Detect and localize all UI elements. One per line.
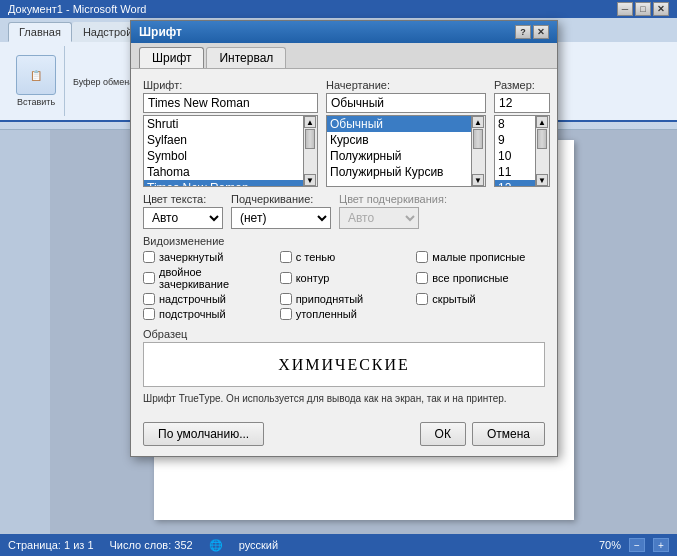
style-scrollbar[interactable]: ▲ ▼	[472, 115, 486, 187]
font-label: Шрифт:	[143, 79, 318, 91]
scroll-down[interactable]: ▼	[304, 174, 316, 186]
effects-section: Видоизменение зачеркнутый с тенью малые …	[143, 235, 545, 320]
scroll-track[interactable]	[536, 128, 549, 174]
size-list-container: 8 9 10 11 12 ▲ ▼	[494, 115, 552, 187]
dialog-tabs: Шрифт Интервал	[131, 43, 557, 69]
scroll-thumb[interactable]	[473, 129, 483, 149]
effect-engraved[interactable]: утопленный	[280, 308, 409, 320]
dialog-window-buttons: ? ✕	[515, 25, 549, 39]
cancel-button[interactable]: Отмена	[472, 422, 545, 446]
font-list[interactable]: Shruti Sylfaen Symbol Tahoma Times New R…	[143, 115, 304, 187]
color-underline-row: Цвет текста: Авто Подчеркивание: (нет)	[143, 193, 545, 229]
scroll-track[interactable]	[472, 128, 485, 174]
effects-title: Видоизменение	[143, 235, 545, 247]
dialog-close-button[interactable]: ✕	[533, 25, 549, 39]
checkbox-strikethrough[interactable]	[143, 251, 155, 263]
default-button[interactable]: По умолчанию...	[143, 422, 264, 446]
color-select[interactable]: Авто	[143, 207, 223, 229]
scroll-up[interactable]: ▲	[304, 116, 316, 128]
dialog-help-button[interactable]: ?	[515, 25, 531, 39]
checkbox-superscript[interactable]	[143, 293, 155, 305]
checkbox-subscript[interactable]	[143, 308, 155, 320]
style-list[interactable]: Обычный Курсив Полужирный Полужирный Кур…	[326, 115, 472, 187]
effect-raised[interactable]: приподнятый	[280, 293, 409, 305]
font-inputs-row: Шрифт: Shruti Sylfaen Symbol Tahoma Time…	[143, 79, 545, 187]
effect-all-caps[interactable]: все прописные	[416, 266, 545, 290]
checkbox-outline[interactable]	[280, 272, 292, 284]
dialog-body: Шрифт: Shruti Sylfaen Symbol Tahoma Time…	[131, 69, 557, 422]
list-item[interactable]: Курсив	[327, 132, 471, 148]
size-label: Размер:	[494, 79, 552, 91]
size-scrollbar[interactable]: ▲ ▼	[536, 115, 550, 187]
underline-color-col: Цвет подчеркивания: Авто	[339, 193, 447, 229]
list-item[interactable]: Полужирный Курсив	[327, 164, 471, 180]
underline-label: Подчеркивание:	[231, 193, 331, 205]
checkbox-double-strikethrough[interactable]	[143, 272, 155, 284]
tab-font[interactable]: Шрифт	[139, 47, 204, 68]
effect-superscript[interactable]: надстрочный	[143, 293, 272, 305]
font-name-col: Шрифт: Shruti Sylfaen Symbol Tahoma Time…	[143, 79, 318, 187]
list-item[interactable]: Tahoma	[144, 164, 303, 180]
checkbox-hidden[interactable]	[416, 293, 428, 305]
scroll-thumb[interactable]	[537, 129, 547, 149]
preview-label: Образец	[143, 328, 545, 340]
scroll-up[interactable]: ▲	[536, 116, 548, 128]
ok-cancel-group: ОК Отмена	[420, 422, 545, 446]
scroll-down[interactable]: ▼	[472, 174, 484, 186]
effect-subscript[interactable]: подстрочный	[143, 308, 272, 320]
list-item-selected[interactable]: Обычный	[327, 116, 471, 132]
style-list-container: Обычный Курсив Полужирный Полужирный Кур…	[326, 115, 486, 187]
list-item-selected[interactable]: 12	[495, 180, 535, 187]
preview-box: химические	[143, 342, 545, 387]
scroll-up[interactable]: ▲	[472, 116, 484, 128]
size-list[interactable]: 8 9 10 11 12	[494, 115, 536, 187]
list-item[interactable]: Полужирный	[327, 148, 471, 164]
dialog-title: Шрифт	[139, 25, 182, 39]
underline-color-label: Цвет подчеркивания:	[339, 193, 447, 205]
list-item[interactable]: 9	[495, 132, 535, 148]
font-size-col: Размер: 8 9 10 11 12 ▲	[494, 79, 552, 187]
underline-col: Подчеркивание: (нет)	[231, 193, 331, 229]
dialog-overlay: Шрифт ? ✕ Шрифт Интервал Шрифт: Shruti	[0, 0, 677, 556]
preview-section: Образец химические Шрифт TrueType. Он ис…	[143, 328, 545, 404]
list-item[interactable]: 8	[495, 116, 535, 132]
checkbox-shadow[interactable]	[280, 251, 292, 263]
checkbox-engraved[interactable]	[280, 308, 292, 320]
size-input[interactable]	[494, 93, 550, 113]
scroll-thumb[interactable]	[305, 129, 315, 149]
underline-select[interactable]: (нет)	[231, 207, 331, 229]
tab-spacing[interactable]: Интервал	[206, 47, 286, 68]
font-style-col: Начертание: Обычный Курсив Полужирный По…	[326, 79, 486, 187]
style-input[interactable]	[326, 93, 486, 113]
list-item[interactable]: 11	[495, 164, 535, 180]
style-label: Начертание:	[326, 79, 486, 91]
effects-grid: зачеркнутый с тенью малые прописные двой…	[143, 251, 545, 320]
list-item-selected[interactable]: Times New Roman	[144, 180, 303, 187]
checkbox-all-caps[interactable]	[416, 272, 428, 284]
font-list-container: Shruti Sylfaen Symbol Tahoma Times New R…	[143, 115, 318, 187]
effect-hidden[interactable]: скрытый	[416, 293, 545, 305]
font-scrollbar[interactable]: ▲ ▼	[304, 115, 318, 187]
effect-small-caps[interactable]: малые прописные	[416, 251, 545, 263]
text-color-col: Цвет текста: Авто	[143, 193, 223, 229]
effect-double-strikethrough[interactable]: двойное зачеркивание	[143, 266, 272, 290]
effect-shadow[interactable]: с тенью	[280, 251, 409, 263]
underline-color-select[interactable]: Авто	[339, 207, 419, 229]
list-item[interactable]: 10	[495, 148, 535, 164]
font-input[interactable]	[143, 93, 318, 113]
color-label: Цвет текста:	[143, 193, 223, 205]
font-dialog: Шрифт ? ✕ Шрифт Интервал Шрифт: Shruti	[130, 20, 558, 457]
list-item[interactable]: Symbol	[144, 148, 303, 164]
checkbox-small-caps[interactable]	[416, 251, 428, 263]
effect-outline[interactable]: контур	[280, 266, 409, 290]
scroll-down[interactable]: ▼	[536, 174, 548, 186]
scroll-track[interactable]	[304, 128, 317, 174]
effect-strikethrough[interactable]: зачеркнутый	[143, 251, 272, 263]
dialog-titlebar: Шрифт ? ✕	[131, 21, 557, 43]
list-item[interactable]: Sylfaen	[144, 132, 303, 148]
list-item[interactable]: Shruti	[144, 116, 303, 132]
dialog-footer: По умолчанию... ОК Отмена	[131, 422, 557, 456]
checkbox-raised[interactable]	[280, 293, 292, 305]
ok-button[interactable]: ОК	[420, 422, 466, 446]
preview-text: химические	[278, 356, 410, 374]
